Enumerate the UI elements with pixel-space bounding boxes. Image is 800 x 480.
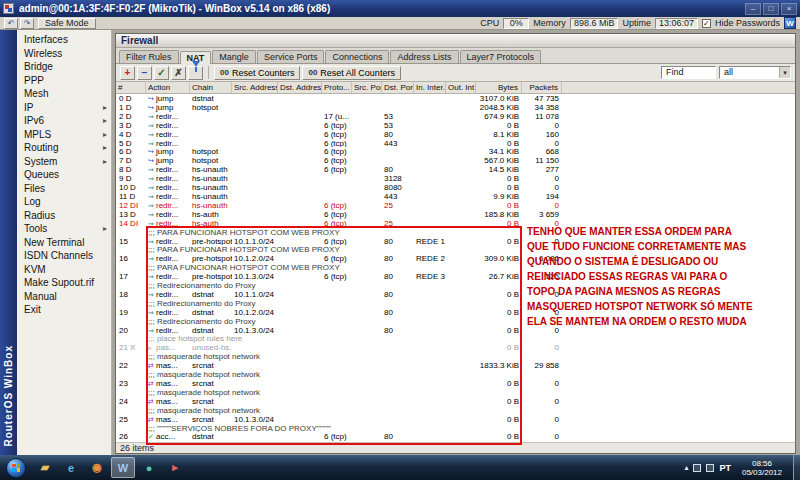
sidebar-item-manual[interactable]: Manual — [17, 290, 111, 304]
nat-rule-row[interactable]: 22⇄mas...srcnat1833.3 KiB29 858 — [116, 361, 795, 370]
winbox-icon[interactable]: W — [111, 457, 135, 478]
column-header-in-inter[interactable]: In. Inter... — [414, 82, 446, 93]
cell — [382, 147, 414, 156]
column-header-src-port[interactable]: Src. Port — [352, 82, 382, 93]
nat-rule-row[interactable]: 6 D↪jumphotspot6 (tcp)34.1 KiB668 — [116, 147, 795, 156]
globe-icon[interactable]: ● — [137, 457, 161, 478]
submenu-arrow-icon: ▸ — [103, 103, 107, 112]
sidebar-item-log[interactable]: Log — [17, 195, 111, 209]
internet-explorer-icon[interactable]: e — [59, 457, 83, 478]
column-header-chain[interactable]: Chain — [190, 82, 232, 93]
player-icon[interactable]: ▸ — [163, 457, 187, 478]
clock[interactable]: 08:56 05/03/2012 — [742, 459, 782, 477]
nat-rule-row[interactable]: 11 D⇒redir...hs-unauth4439.9 KiB194 — [116, 192, 795, 201]
maximize-button[interactable]: □ — [763, 3, 779, 15]
column-header-dst-address[interactable]: Dst. Address — [278, 82, 322, 93]
comment-row[interactable]: ;;; """""SERVIÇOS NOBRES FORA DO PROXY""… — [116, 424, 795, 433]
find-button[interactable]: Find — [661, 66, 716, 79]
nat-rule-row[interactable]: 23⇄mas...srcnat0 B0 — [116, 379, 795, 388]
nat-rule-row[interactable]: 10 D⇒redir...hs-unauth80800 B0 — [116, 183, 795, 192]
sidebar-item-queues[interactable]: Queues — [17, 168, 111, 182]
sidebar-item-mpls[interactable]: MPLS▸ — [17, 128, 111, 142]
nat-rule-row[interactable]: 25⇄mas...srcnat10.1.3.0/240 B0 — [116, 415, 795, 424]
comment-row[interactable]: ;;; masquerade hotspot network — [116, 352, 795, 361]
nat-rule-row[interactable]: 0 D↪jumpdstnat3107.0 KiB47 735 — [116, 94, 795, 103]
sidebar-item-files[interactable]: Files — [17, 182, 111, 196]
sidebar-item-isdn-channels[interactable]: ISDN Channels — [17, 249, 111, 263]
nat-rule-row[interactable]: 7 D↪jumphotspot6 (tcp)567.0 KiB11 150 — [116, 156, 795, 165]
sidebar-item-kvm[interactable]: KVM — [17, 263, 111, 277]
chevron-down-icon[interactable]: ▾ — [779, 67, 790, 78]
sidebar-item-ppp[interactable]: PPP — [17, 74, 111, 88]
sidebar-item-exit[interactable]: Exit — [17, 303, 111, 317]
comment-row[interactable]: ;;; masquerade hotspot network — [116, 406, 795, 415]
tab-service-ports[interactable]: Service Ports — [257, 50, 325, 63]
network-icon[interactable] — [706, 464, 714, 472]
cell: dstnat — [190, 326, 232, 335]
enable-rule-button[interactable]: ✓ — [154, 66, 169, 80]
nat-rule-row[interactable]: 3 D⇒redir...6 (tcp)530 B0 — [116, 121, 795, 130]
undo-icon[interactable]: ↶ — [4, 18, 18, 29]
filter-button[interactable] — [188, 66, 203, 80]
filter-dropdown[interactable]: all ▾ — [719, 66, 791, 79]
tab-mangle[interactable]: Mangle — [212, 50, 256, 63]
tab-address-lists[interactable]: Address Lists — [390, 50, 458, 63]
disable-rule-button[interactable]: ✗ — [171, 66, 186, 80]
nat-rule-row[interactable]: 26✓acc...dstnat6 (tcp)800 B0 — [116, 432, 795, 441]
comment-row[interactable]: ;;; masquerade hotspot network — [116, 370, 795, 379]
sidebar-item-ip[interactable]: IP▸ — [17, 101, 111, 115]
nat-rule-row[interactable]: 12 DI⇒redir...hs-unauth6 (tcp)250 B0 — [116, 201, 795, 210]
comment-row[interactable]: ;;; masquerade hotspot network — [116, 388, 795, 397]
nat-rule-row[interactable]: 24⇄mas...srcnat0 B0 — [116, 397, 795, 406]
tab-layer7-protocols[interactable]: Layer7 Protocols — [460, 50, 542, 63]
firewall-window-title[interactable]: Firewall — [116, 34, 795, 48]
nat-rule-row[interactable]: 9 D⇒redir...hs-unauth31280 B0 — [116, 174, 795, 183]
tab-filter-rules[interactable]: Filter Rules — [119, 50, 179, 63]
column-header-proto[interactable]: Proto... — [322, 82, 352, 93]
sidebar-item-mesh[interactable]: Mesh — [17, 87, 111, 101]
column-header-bytes[interactable]: Bytes — [476, 82, 522, 93]
remove-rule-button[interactable]: − — [137, 66, 152, 80]
column-header-out-int[interactable]: Out. Int... — [446, 82, 476, 93]
minimize-button[interactable]: – — [745, 3, 761, 15]
reset-all-counters-button[interactable]: 00 Reset All Counters — [302, 66, 400, 80]
hidden-icons-arrow-icon[interactable]: ▴ — [684, 463, 688, 472]
comment-row[interactable]: ;;; place hotspot rules here — [116, 334, 795, 343]
cell: 0 B — [476, 308, 522, 317]
media-player-icon[interactable]: ◉ — [85, 457, 109, 478]
sidebar-item-system[interactable]: System▸ — [17, 155, 111, 169]
folder-icon[interactable]: ▰ — [33, 457, 57, 478]
column-header-action[interactable]: Action — [146, 82, 190, 93]
start-button[interactable] — [6, 458, 26, 478]
nat-rule-row[interactable]: 8 D⇒redir...hs-unauth6 (tcp)8014.5 KiB27… — [116, 165, 795, 174]
nat-rule-row[interactable]: 5 D⇒redir...6 (tcp)4430 B0 — [116, 139, 795, 148]
sidebar-item-make-supout-rif[interactable]: Make Supout.rif — [17, 276, 111, 290]
safe-mode-button[interactable]: Safe Mode — [38, 18, 96, 29]
nat-rule-row[interactable]: 2 D⇒redir...17 (u...53674.9 KiB11 078 — [116, 112, 795, 121]
sidebar-item-tools[interactable]: Tools▸ — [17, 222, 111, 236]
show-desktop-button[interactable] — [793, 455, 800, 480]
column-header-[interactable]: # — [116, 82, 146, 93]
column-header-packets[interactable]: Packets — [522, 82, 562, 93]
nat-rule-row[interactable]: 21 X▹pas...unused-hs...0 B0 — [116, 343, 795, 352]
language-indicator[interactable]: PT — [719, 463, 731, 473]
close-button[interactable]: × — [781, 3, 797, 15]
column-header-src-address[interactable]: Src. Address — [232, 82, 278, 93]
sidebar-item-ipv6[interactable]: IPv6▸ — [17, 114, 111, 128]
sidebar-item-routing[interactable]: Routing▸ — [17, 141, 111, 155]
add-rule-button[interactable]: + — [120, 66, 135, 80]
action-center-icon[interactable] — [693, 464, 701, 472]
sidebar-item-new-terminal[interactable]: New Terminal — [17, 236, 111, 250]
tab-connections[interactable]: Connections — [325, 50, 389, 63]
nat-rule-row[interactable]: 13 D⇒redir...hs-auth6 (tcp)185.8 KiB3 65… — [116, 210, 795, 219]
nat-rule-row[interactable]: 4 D⇒redir...6 (tcp)808.1 KiB160 — [116, 130, 795, 139]
redo-icon[interactable]: ↷ — [20, 18, 34, 29]
nat-rule-row[interactable]: 1 D↪jumphotspot2048.5 KiB34 358 — [116, 103, 795, 112]
reset-counters-button[interactable]: 00 Reset Counters — [214, 66, 300, 80]
hide-passwords-checkbox[interactable]: ✓ — [702, 19, 711, 28]
sidebar-item-radius[interactable]: Radius — [17, 209, 111, 223]
sidebar-item-interfaces[interactable]: Interfaces — [17, 33, 111, 47]
sidebar-item-bridge[interactable]: Bridge — [17, 60, 111, 74]
sidebar-item-wireless[interactable]: Wireless — [17, 47, 111, 61]
column-header-dst-port[interactable]: Dst. Port — [382, 82, 414, 93]
